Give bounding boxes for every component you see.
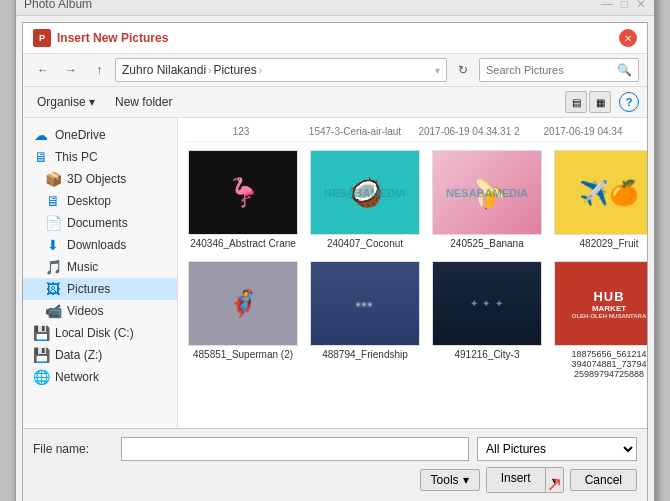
file-label-2: 240407_Coconut [327, 238, 403, 249]
new-folder-button[interactable]: New folder [109, 93, 178, 111]
view-icons: ▤ ▦ [565, 91, 611, 113]
sidebar-item-network[interactable]: 🌐 Network [23, 366, 177, 388]
breadcrumb-sep-2: › [259, 65, 262, 76]
inner-titlebar-left: P Insert New Pictures [33, 29, 168, 47]
sidebar-item-music[interactable]: 🎵 Music [23, 256, 177, 278]
file-item-5[interactable]: 🦸 485851_Superman (2) [186, 259, 300, 381]
sidebar: ☁ OneDrive 🖥 This PC 📦 3D Objects 🖥 Desk… [23, 118, 178, 428]
superman-icon: 🦸 [227, 288, 259, 319]
inner-window: P Insert New Pictures ✕ ← → ↑ Zuhro Nila… [22, 22, 648, 501]
red-arrow-icon: ↗ [546, 474, 563, 493]
hubmarket-logo: HUB MARKET OLEH-OLEH NUSANTARA [555, 262, 647, 345]
col-header-4: 2017-06-19 04.34 [528, 126, 638, 137]
sidebar-label-thispc: This PC [55, 150, 98, 164]
inner-titlebar: P Insert New Pictures ✕ [23, 23, 647, 54]
insert-button[interactable]: Insert ▾ ↗ [486, 467, 564, 493]
sidebar-label-network: Network [55, 370, 99, 384]
breadcrumb[interactable]: Zuhro Nilakandi › Pictures › ▾ [115, 58, 447, 82]
up-button[interactable]: ↑ [87, 59, 111, 81]
music-icon: 🎵 [45, 259, 61, 275]
view-grid-button[interactable]: ▦ [589, 91, 611, 113]
cancel-button[interactable]: Cancel [570, 469, 637, 491]
flamingo-icon: 🦩 [226, 176, 261, 209]
file-label-6: 488794_Friendship [322, 349, 408, 360]
files-grid: 🦩 240346_Abstract Crane 🥥 NESABAMEDIA 24… [186, 148, 639, 381]
sidebar-item-onedrive[interactable]: ☁ OneDrive [23, 124, 177, 146]
filename-input[interactable] [121, 437, 469, 461]
dataz-icon: 💾 [33, 347, 49, 363]
sidebar-label-videos: Videos [67, 304, 103, 318]
file-item-8[interactable]: HUB MARKET OLEH-OLEH NUSANTARA 18875656_… [552, 259, 647, 381]
sidebar-label-localdisk: Local Disk (C:) [55, 326, 134, 340]
back-button[interactable]: ← [31, 59, 55, 81]
tools-label: Tools [431, 473, 459, 487]
tools-button[interactable]: Tools ▾ [420, 469, 480, 491]
videos-icon: 📹 [45, 303, 61, 319]
file-item-3[interactable]: 🍌 NESABAMEDIA 240525_Banana [430, 148, 544, 251]
search-bar: 🔍 [479, 58, 639, 82]
inner-close-button[interactable]: ✕ [619, 29, 637, 47]
tools-arrow-icon: ▾ [463, 473, 469, 487]
3dobjects-icon: 📦 [45, 171, 61, 187]
localdisk-icon: 💾 [33, 325, 49, 341]
sidebar-label-3dobjects: 3D Objects [67, 172, 126, 186]
file-item-1[interactable]: 🦩 240346_Abstract Crane [186, 148, 300, 251]
sidebar-label-dataz: Data (Z:) [55, 348, 102, 362]
refresh-button[interactable]: ↻ [451, 59, 475, 81]
file-item-2[interactable]: 🥥 NESABAMEDIA 240407_Coconut [308, 148, 422, 251]
outer-minimize[interactable]: — [601, 0, 613, 11]
filetype-select[interactable]: All Pictures [477, 437, 637, 461]
filename-row: File name: All Pictures [33, 437, 637, 461]
breadcrumb-dropdown-icon[interactable]: ▾ [435, 65, 440, 76]
file-item-4[interactable]: ✈️🍊 482029_Fruit [552, 148, 647, 251]
coconut-icon: 🥥 [348, 176, 383, 209]
city-icon: ✦ ✦ ✦ [470, 298, 505, 309]
file-label-8: 18875656_561214 394074881_73794 25989794… [554, 349, 647, 379]
help-button[interactable]: ? [619, 92, 639, 112]
file-label-4: 482029_Fruit [580, 238, 639, 249]
fruit-icon: ✈️🍊 [579, 179, 639, 207]
search-input[interactable] [486, 64, 613, 76]
sidebar-label-onedrive: OneDrive [55, 128, 106, 142]
organise-button[interactable]: Organise ▾ [31, 93, 101, 111]
file-item-7[interactable]: ✦ ✦ ✦ 491216_City-3 [430, 259, 544, 381]
navigation-toolbar: ← → ↑ Zuhro Nilakandi › Pictures › ▾ ↻ 🔍 [23, 54, 647, 87]
thispc-icon: 🖥 [33, 149, 49, 165]
buttons-row: Tools ▾ Insert ▾ ↗ Cancel [33, 467, 637, 493]
sidebar-item-documents[interactable]: 📄 Documents [23, 212, 177, 234]
sidebar-label-documents: Documents [67, 216, 128, 230]
col-header-2: 1547-3-Ceria-air-laut [300, 126, 410, 137]
desktop-icon: 🖥 [45, 193, 61, 209]
file-label-7: 491216_City-3 [454, 349, 519, 360]
outer-titlebar: Photo Album — □ ✕ [16, 0, 654, 16]
sidebar-item-dataz[interactable]: 💾 Data (Z:) [23, 344, 177, 366]
sidebar-item-localdisk[interactable]: 💾 Local Disk (C:) [23, 322, 177, 344]
sidebar-item-thispc[interactable]: 🖥 This PC [23, 146, 177, 168]
sidebar-item-3dobjects[interactable]: 📦 3D Objects [23, 168, 177, 190]
action-bar: Organise ▾ New folder ▤ ▦ ? [23, 87, 647, 118]
sidebar-item-videos[interactable]: 📹 Videos [23, 300, 177, 322]
breadcrumb-sep-1: › [208, 65, 211, 76]
pictures-icon: 🖼 [45, 281, 61, 297]
file-item-6[interactable]: ••• 488794_Friendship [308, 259, 422, 381]
sidebar-item-desktop[interactable]: 🖥 Desktop [23, 190, 177, 212]
insert-dropdown-arrow[interactable]: ▾ ↗ [546, 468, 563, 492]
view-list-button[interactable]: ▤ [565, 91, 587, 113]
documents-icon: 📄 [45, 215, 61, 231]
col-header-3: 2017-06-19 04.34.31 2 [414, 126, 524, 137]
content-area: ☁ OneDrive 🖥 This PC 📦 3D Objects 🖥 Desk… [23, 118, 647, 428]
sidebar-item-pictures[interactable]: 🖼 Pictures [23, 278, 177, 300]
outer-close[interactable]: ✕ [636, 0, 646, 11]
file-label-1: 240346_Abstract Crane [190, 238, 296, 249]
file-label-3: 240525_Banana [450, 238, 523, 249]
search-icon: 🔍 [617, 63, 632, 77]
outer-maximize[interactable]: □ [621, 0, 628, 11]
ppt-icon: P [33, 29, 51, 47]
col-header-1: 123 [186, 126, 296, 137]
onedrive-icon: ☁ [33, 127, 49, 143]
outer-window-title: Photo Album [24, 0, 92, 11]
network-icon: 🌐 [33, 369, 49, 385]
breadcrumb-item-2: Pictures [213, 63, 256, 77]
forward-button[interactable]: → [59, 59, 83, 81]
sidebar-item-downloads[interactable]: ⬇ Downloads [23, 234, 177, 256]
